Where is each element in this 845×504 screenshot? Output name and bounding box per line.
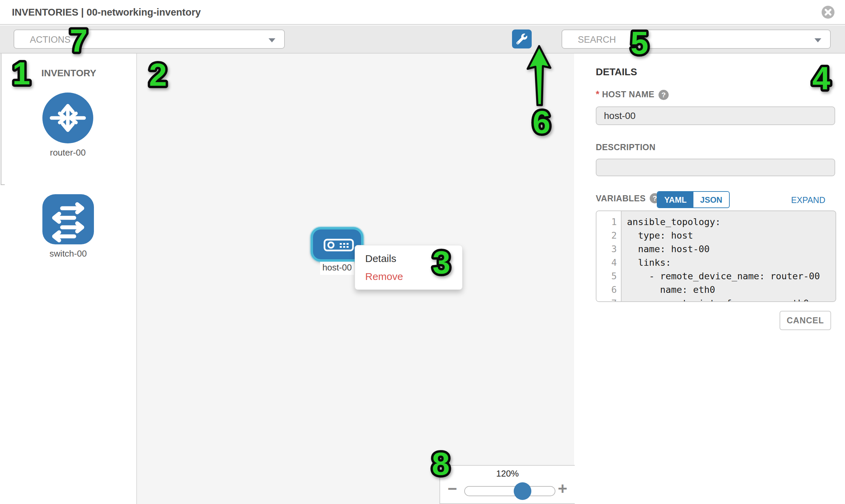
line-number: 6 <box>596 283 621 296</box>
search-placeholder: SEARCH <box>578 35 616 45</box>
server-icon <box>323 239 354 252</box>
json-toggle-button[interactable]: JSON <box>693 192 729 208</box>
panel-title: DETAILS <box>596 67 637 78</box>
line-number: 2 <box>596 229 621 242</box>
zoom-out-button[interactable]: − <box>447 482 457 496</box>
close-button[interactable] <box>821 5 835 19</box>
variables-label-row: VARIABLES? <box>596 193 660 203</box>
palette-item-switch[interactable]: switch-00 <box>42 194 94 259</box>
header-bar: INVENTORIES | 00-networking-inventory <box>0 0 845 25</box>
description-input[interactable] <box>596 159 835 176</box>
required-asterisk: * <box>596 89 599 99</box>
line-number: 3 <box>596 242 621 256</box>
host-node-label: host-00 <box>320 262 354 275</box>
toolbar: ACTIONS SEARCH <box>0 25 845 54</box>
code-line: type: host <box>627 229 835 242</box>
variables-label: VARIABLES <box>596 194 646 203</box>
code-line: remote_interface_name: eth0 <box>627 296 835 302</box>
code-content: ansible_topology: type: host name: host-… <box>621 211 835 301</box>
details-panel: DETAILS *HOST NAME? DESCRIPTION VARIABLE… <box>575 54 845 504</box>
page-title: INVENTORIES | 00-networking-inventory <box>12 7 201 18</box>
sidebar-title: INVENTORY <box>41 68 96 79</box>
palette-item-router[interactable]: router-00 <box>42 92 93 158</box>
actions-dropdown[interactable]: ACTIONS <box>14 30 285 49</box>
line-number: 5 <box>596 269 621 283</box>
sidebar-scrollbar[interactable] <box>1 54 1 185</box>
wrench-icon <box>516 34 527 44</box>
zoom-slider[interactable] <box>464 486 556 496</box>
chevron-down-icon <box>814 38 821 42</box>
zoom-control: 120% − + <box>439 465 575 504</box>
palette-item-label: switch-00 <box>42 249 94 259</box>
toolbar-tools-button[interactable] <box>512 30 532 49</box>
expand-link[interactable]: EXPAND <box>791 195 825 205</box>
line-number: 7 <box>596 296 621 302</box>
line-number: 1 <box>596 215 621 229</box>
code-line-numbers: 1 2 3 4 5 6 7 <box>596 211 621 301</box>
variables-format-toggle: YAML JSON <box>657 191 730 208</box>
zoom-level-value: 120% <box>440 468 575 479</box>
code-line: links: <box>627 256 835 269</box>
context-menu: Details Remove <box>355 245 462 290</box>
host-name-label: HOST NAME <box>602 89 655 99</box>
code-line: name: host-00 <box>627 242 835 256</box>
code-line: name: eth0 <box>627 283 835 296</box>
close-icon <box>821 14 835 20</box>
context-menu-item-details[interactable]: Details <box>365 253 397 264</box>
description-label: DESCRIPTION <box>596 142 655 152</box>
code-line: - remote_device_name: router-00 <box>627 269 835 283</box>
host-name-field-label-row: *HOST NAME? <box>596 89 669 100</box>
context-menu-item-remove[interactable]: Remove <box>365 271 403 282</box>
zoom-in-button[interactable]: + <box>558 482 567 496</box>
cancel-button[interactable]: CANCEL <box>779 311 831 330</box>
help-icon[interactable]: ? <box>658 90 669 100</box>
sidebar-scrollbar-tick <box>1 184 5 185</box>
switch-icon <box>42 194 94 245</box>
variables-code-editor[interactable]: 1 2 3 4 5 6 7 ansible_topology: type: ho… <box>596 211 836 302</box>
yaml-toggle-button[interactable]: YAML <box>657 192 693 208</box>
host-name-input[interactable] <box>596 106 835 125</box>
chevron-down-icon <box>268 38 275 42</box>
line-number: 4 <box>596 256 621 269</box>
search-dropdown[interactable]: SEARCH <box>562 30 831 49</box>
router-icon <box>42 92 93 143</box>
actions-placeholder: ACTIONS <box>30 35 71 45</box>
palette-item-label: router-00 <box>42 147 93 158</box>
zoom-slider-thumb[interactable] <box>514 482 531 500</box>
code-line: ansible_topology: <box>627 215 835 229</box>
